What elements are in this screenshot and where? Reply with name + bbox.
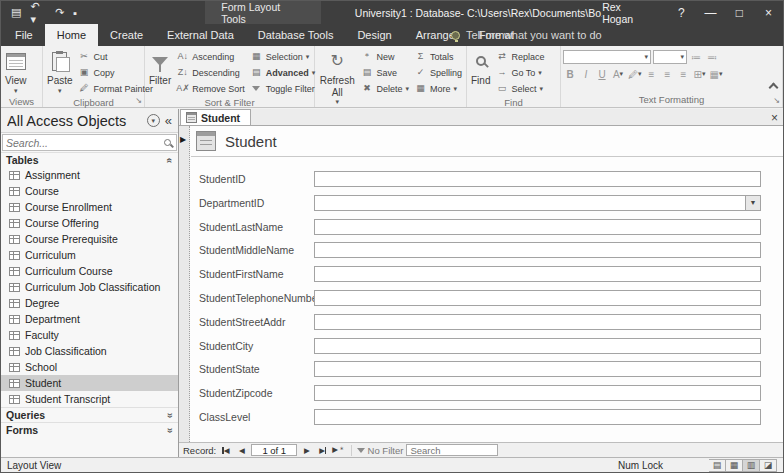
cut-button[interactable]: ✂ Cut [76,49,156,64]
field-textbox[interactable]: ▼ [314,171,761,187]
nav-search-input[interactable] [6,137,164,149]
field-textbox[interactable]: ▼ [314,219,761,235]
expand-section-icon[interactable]: « [165,427,176,433]
nav-table-item[interactable]: Course Enrollment [1,199,178,215]
record-position-box[interactable] [251,444,297,456]
filter-status-button[interactable]: No Filter [357,445,404,456]
first-record-icon[interactable]: ◀ [219,444,232,456]
close-document-icon[interactable]: × [771,111,778,125]
nav-table-item[interactable]: Degree [1,295,178,311]
redo-icon[interactable]: ↷ [55,6,64,19]
form-view-icon[interactable]: ▤ [709,459,726,472]
undo-icon[interactable]: ↶ ▾ [30,0,46,26]
find-button[interactable]: Find [469,47,492,87]
font-size-combobox[interactable]: ▾ [653,50,687,64]
nav-table-item[interactable]: Faculty [1,327,178,343]
nav-table-item[interactable]: Course Prerequisite [1,231,178,247]
qat-customize-icon[interactable]: ▪ [73,7,77,19]
copy-button[interactable]: ▣ Copy [76,65,156,80]
field-textbox[interactable]: ▼ [314,290,761,306]
previous-record-icon[interactable]: ◀ [235,444,248,456]
combo-dropdown-icon[interactable]: ▼ [745,196,760,210]
field-textbox[interactable]: ▼ [314,314,761,330]
new-blank-record-icon[interactable]: ▶＊ [332,444,345,456]
nav-table-item[interactable]: Curriculum [1,247,178,263]
nav-table-item[interactable]: Department [1,311,178,327]
shutter-bar-close-icon[interactable]: « [165,113,172,128]
field-textbox[interactable]: ▼ [314,195,761,211]
layout-view-icon[interactable]: ▥ [743,459,760,472]
text-formatting-dialog-launcher-icon[interactable]: ↘ [773,97,780,105]
field-textbox[interactable]: ▼ [314,242,761,258]
highlight-color-icon[interactable]: 🖉▾ [627,67,643,81]
signed-in-user[interactable]: Rex Hogan [602,1,653,25]
maximize-icon[interactable]: □ [725,1,754,24]
save-record-button[interactable]: ▤ Save [358,65,411,80]
nav-section-queries[interactable]: Queries « [1,407,178,422]
underline-button[interactable]: U [595,67,609,81]
help-icon[interactable]: ? [667,1,696,24]
nav-section-tables[interactable]: Tables « [1,152,178,167]
collapse-section-icon[interactable]: « [165,157,176,163]
paste-button[interactable]: Paste ▾ [45,47,75,95]
datasheet-view-icon[interactable]: ▦ [726,459,743,472]
remove-sort-button[interactable]: A✗ Remove Sort [174,81,247,96]
font-name-combobox[interactable]: ▾ [563,50,651,64]
nav-search-box[interactable] [2,134,177,151]
design-view-icon[interactable]: ◪ [760,459,777,472]
nav-table-item[interactable]: Student Transcript [1,391,178,407]
bold-button[interactable]: B [563,67,577,81]
clipboard-dialog-launcher-icon[interactable]: ↘ [135,97,142,105]
nav-table-item[interactable]: Student [1,375,178,391]
toggle-filter-button[interactable]: Toggle Filter [248,81,318,96]
nav-table-item[interactable]: Course Offering [1,215,178,231]
gridlines-icon[interactable]: ⊞▾ [693,67,707,81]
alternate-row-color-icon[interactable]: ▦▾ [709,67,724,81]
nav-table-item[interactable]: Curriculum Job Classification [1,279,178,295]
nav-pane-header[interactable]: All Access Objects ▾ « [1,109,178,133]
ribbon-tab[interactable]: Create [98,24,155,46]
font-color-icon[interactable]: A▾ [611,67,625,81]
nav-section-forms[interactable]: Forms « [1,422,178,437]
document-tab-student[interactable]: Student [180,109,251,125]
align-center-icon[interactable]: ≡ [661,67,675,81]
record-search-input[interactable] [406,444,498,456]
nav-pane-menu-icon[interactable]: ▾ [147,114,160,127]
last-record-icon[interactable]: ▶ [316,444,329,456]
new-record-button[interactable]: ＊ New [358,49,411,64]
nav-table-item[interactable]: Curriculum Course [1,263,178,279]
replace-button[interactable]: ⇄ Replace [493,49,546,64]
minimize-icon[interactable]: — [696,1,725,24]
go-to-button[interactable]: → Go To ▾ [493,65,546,80]
ribbon-tab[interactable]: Home [45,24,98,46]
selection-button[interactable]: ▦ Selection ▾ [248,49,318,64]
spelling-button[interactable]: ✓ Spelling [412,65,464,80]
italic-button[interactable]: I [579,67,593,81]
nav-table-item[interactable]: Job Classification [1,343,178,359]
filter-button[interactable]: Filter [147,47,173,87]
nav-table-item[interactable]: Course [1,183,178,199]
more-button[interactable]: ▦ More ▾ [412,81,464,96]
nav-table-item[interactable]: Assignment [1,167,178,183]
field-textbox[interactable]: ▼ [314,338,761,354]
ribbon-tab[interactable]: Design [345,24,403,46]
ribbon-tab[interactable]: External Data [155,24,246,46]
view-button[interactable]: View ▾ [3,47,29,95]
format-painter-button[interactable]: 🖉 Format Painter [76,81,156,96]
next-record-icon[interactable]: ▶ [300,444,313,456]
descending-button[interactable]: Z↓ Descending [174,65,247,80]
ascending-button[interactable]: A↓ Ascending [174,49,247,64]
close-icon[interactable]: × [754,1,783,24]
refresh-all-button[interactable]: ↻ Refresh All ▾ [317,47,357,106]
totals-button[interactable]: Σ Totals [412,49,464,64]
field-textbox[interactable]: ▼ [314,409,761,425]
nav-pane-title[interactable]: All Access Objects [7,113,147,129]
select-button[interactable]: ▭ Select ▾ [493,81,546,96]
align-right-icon[interactable]: ≡ [677,67,691,81]
delete-button[interactable]: ✖ Delete ▾ [358,81,411,96]
nav-table-item[interactable]: School [1,359,178,375]
ribbon-tab[interactable]: Database Tools [246,24,346,46]
record-selector-bar[interactable]: ▶ [179,126,190,442]
tell-me-box[interactable]: Tell me what you want to do [451,24,602,46]
expand-section-icon[interactable]: « [165,412,176,418]
